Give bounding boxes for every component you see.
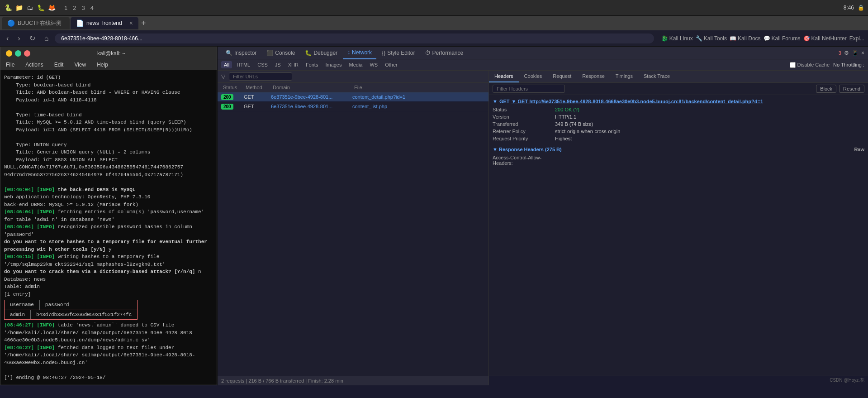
forward-button[interactable]: › <box>15 33 23 44</box>
taskbar-num-1[interactable]: 1 <box>62 4 69 12</box>
filter-urls-input[interactable] <box>229 72 292 81</box>
priority-value: Highest <box>555 136 864 141</box>
disable-cache-checkbox[interactable] <box>790 62 796 68</box>
term-table-name: Table: admin <box>4 283 213 291</box>
status-label: Status <box>493 107 551 112</box>
network-list-empty <box>218 111 489 376</box>
new-tab-button[interactable]: + <box>139 17 148 30</box>
block-button[interactable]: Block <box>816 85 836 93</box>
filter-tab-html[interactable]: HTML <box>234 61 253 68</box>
tab-close-news[interactable]: × <box>129 19 133 27</box>
bookmark-kali-linux[interactable]: 🐉 Kali Linux <box>661 35 693 42</box>
network-detail: Headers Cookies Request Response Timings… <box>489 71 868 385</box>
taskbar-num-3[interactable]: 3 <box>80 4 86 12</box>
csdn-text: CSDN @Hoyz.花 <box>830 378 864 383</box>
back-button[interactable]: ‹ <box>4 33 11 44</box>
bookmark-kali-nethunter[interactable]: 🎯 Kali NetHunter <box>803 35 847 42</box>
filter-tab-other[interactable]: Other <box>382 61 400 68</box>
bookmark-more[interactable]: Expl... <box>849 35 864 42</box>
bookmark-kali-tools[interactable]: 🔧 Kali Tools <box>696 35 727 42</box>
browser-content: 热点 登录 热点列表 测试新闻1 测试新闻2 测试新闻3 kali@kali: … <box>0 47 217 385</box>
terminal-menu-edit[interactable]: Edit <box>52 61 66 69</box>
terminal-menu-file[interactable]: File <box>4 61 16 69</box>
term-info-dbms: [08:46:04] [INFO] the back-end DBMS is M… <box>4 186 213 194</box>
filter-tab-css[interactable]: CSS <box>255 61 270 68</box>
detail-tab-stack-trace[interactable]: Stack Trace <box>638 71 675 82</box>
response-headers-title[interactable]: ▼ Response Headers (275 B) Raw <box>493 147 864 152</box>
devtools-close-icon[interactable]: × <box>861 50 864 56</box>
home-button[interactable]: ⌂ <box>42 33 52 44</box>
resend-button[interactable]: Resend <box>839 85 864 93</box>
transferred-value: 349 B (74 B size) <box>555 121 864 127</box>
request-url-title[interactable]: ▼ GET ▼ GET http://6e37351e-9bee-4928-80… <box>493 99 864 104</box>
version-label: Version <box>493 114 551 120</box>
filter-tab-fonts[interactable]: Fonts <box>303 61 321 68</box>
reload-button[interactable]: ↻ <box>27 32 38 44</box>
terminal-menu-view[interactable]: View <box>72 61 88 69</box>
referrer-row: Referrer Policy strict-origin-when-cross… <box>493 129 864 134</box>
network-icon: ↕ <box>347 49 350 56</box>
transferred-label: Transferred <box>493 121 551 127</box>
row2-status: 200 <box>221 104 244 109</box>
network-footer: 2 requests | 216 B / 766 B transferred |… <box>218 376 489 385</box>
tab-bar: 🔵 BUUCTF在线评测 📄 news_frontend × + <box>0 16 868 30</box>
bookmark-kali-forums[interactable]: 💬 Kali Forums <box>764 35 801 42</box>
terminal-close[interactable] <box>24 50 30 57</box>
lock-icon: 🔒 <box>858 5 864 11</box>
terminal-maximize[interactable] <box>15 50 21 57</box>
filter-tab-ws[interactable]: WS <box>367 61 380 68</box>
tab-network[interactable]: ↕ Network <box>343 47 376 59</box>
request-url-section: ▼ GET ▼ GET http://6e37351e-9bee-4928-80… <box>493 99 864 141</box>
tab-favicon-news: 📄 <box>76 19 84 27</box>
terminal-titlebar: kali@kali: ~ <box>0 47 217 60</box>
tab-debugger[interactable]: 🐛 Debugger <box>300 47 342 59</box>
browser-chrome: 🐍 📁 🗂 🐛 🦊 1 2 3 4 8:46 🔒 <box>0 0 868 16</box>
term-ending: [*] ending @ 08:46:27 /2024-05-18/ <box>4 374 213 382</box>
term-log-info: [08:46:27] [INFO] fetched data logged to… <box>4 344 213 367</box>
request-url-link[interactable]: ▼ GET http://6e37351e-9bee-4928-8018-466… <box>512 99 764 104</box>
tab-style-editor[interactable]: {} Style Editor <box>377 47 419 59</box>
terminal-menu-help[interactable]: Help <box>95 61 110 69</box>
detail-tab-headers[interactable]: Headers <box>489 71 519 82</box>
filter-tab-js[interactable]: JS <box>272 61 284 68</box>
transferred-row: Transferred 349 B (74 B size) <box>493 121 864 127</box>
bookmark-kali-docs[interactable]: 📖 Kali Docs <box>730 35 761 42</box>
terminal-body[interactable]: Parameter: id (GET) Type: boolean-based … <box>0 70 217 384</box>
devtools-responsive-icon[interactable]: 📱 <box>852 50 859 56</box>
tab-performance[interactable]: ⏱ Performance <box>421 47 468 59</box>
raw-label[interactable]: Raw <box>854 147 864 152</box>
network-row-1[interactable]: 200 GET 6e37351e-9bee-4928-801... conten… <box>218 92 489 102</box>
taskbar-num-2[interactable]: 2 <box>71 4 78 12</box>
network-list: ▽ Status Method Domain File 200 GET 6e37… <box>218 71 489 385</box>
filter-headers-input[interactable] <box>493 85 565 93</box>
taskbar-num-4[interactable]: 4 <box>89 4 95 12</box>
filter-tab-media[interactable]: Media <box>346 61 365 68</box>
main-area: 热点 登录 热点列表 测试新闻1 测试新闻2 测试新闻3 kali@kali: … <box>0 47 868 385</box>
network-toolbar: ▽ <box>218 71 489 83</box>
bookmarks: 🐉 Kali Linux 🔧 Kali Tools 📖 Kali Docs 💬 … <box>661 35 864 42</box>
filter-tab-all[interactable]: All <box>221 61 232 68</box>
tab-inspector[interactable]: 🔍 Inspector <box>221 47 261 59</box>
taskbar-nums: 1 2 3 4 <box>62 4 95 12</box>
detail-tab-response[interactable]: Response <box>577 71 610 82</box>
tab-news[interactable]: 📄 news_frontend × <box>71 17 138 29</box>
cell-username: admin <box>5 310 31 320</box>
detail-tab-cookies[interactable]: Cookies <box>519 71 548 82</box>
access-control-label: Access-Control-Allow-Headers: <box>493 155 551 166</box>
tab-console[interactable]: ⬛ Console <box>262 47 299 59</box>
chevron-down-icon: ▼ <box>493 99 498 104</box>
url-input[interactable] <box>55 34 654 43</box>
devtools-settings-icon[interactable]: ⚙ <box>844 50 849 56</box>
detail-tab-timings[interactable]: Timings <box>610 71 638 82</box>
terminal-menu-actions[interactable]: Actions <box>24 61 45 69</box>
detail-tab-request[interactable]: Request <box>547 71 577 82</box>
filter-tab-xhr[interactable]: XHR <box>285 61 301 68</box>
network-row-2[interactable]: 200 GET 6e37351e-9bee-4928-801... conten… <box>218 102 489 111</box>
referrer-label: Referrer Policy <box>493 129 551 134</box>
style-editor-icon: {} <box>382 50 385 56</box>
terminal-minimize[interactable] <box>6 50 12 57</box>
filter-tab-images[interactable]: Images <box>323 61 344 68</box>
tab-buuctf[interactable]: 🔵 BUUCTF在线评测 <box>2 17 70 29</box>
terminal-title: kali@kali: ~ <box>34 50 189 57</box>
app-icons: 🐍 📁 🗂 🐛 🦊 <box>4 3 56 12</box>
